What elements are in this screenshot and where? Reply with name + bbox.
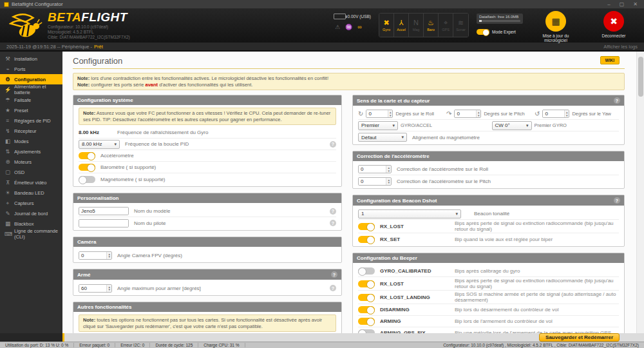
pid-loop-frequency-select[interactable]: 8.00 kHz▾ [79, 140, 120, 149]
firmware-version: Micrologiciel: 4.5.2 BTFL [48, 30, 130, 35]
help-icon[interactable]: ? [614, 197, 620, 204]
beeper-condition-toggle[interactable] [358, 267, 375, 275]
beeper-condition-name: RX_LOST_LANDING [380, 295, 450, 300]
help-icon[interactable]: ? [614, 97, 620, 104]
sidebar-item[interactable]: ⇅ Ajustements [0, 146, 62, 157]
sidebar-item[interactable]: ⚙ Configuration [0, 74, 62, 84]
help-icon[interactable]: ? [330, 208, 336, 215]
accel-trim-input[interactable] [359, 166, 386, 173]
help-icon[interactable]: ? [331, 271, 337, 278]
beeper-condition-description: Bips après calibrage du gyro [455, 268, 619, 274]
scrollbar-thumb[interactable] [638, 57, 643, 97]
firmware-update-button[interactable]: ▦ Mise à jour du micrologiciel [531, 11, 581, 43]
beeper-condition-toggle[interactable] [358, 280, 375, 287]
camera-angle-label: Angle Caméra FPV (degrés) [117, 253, 182, 258]
mag-alignment-select[interactable]: Défaut▾ [358, 133, 407, 142]
sensor-toggle[interactable] [79, 152, 95, 159]
camera-angle-input-box: ▴▾ [79, 251, 112, 260]
sidebar-item[interactable]: ↯ Récepteur [0, 126, 62, 136]
beeper-condition-toggle[interactable] [358, 318, 375, 325]
sidebar-item[interactable]: ✎ Journal de bord [0, 208, 62, 218]
name-input[interactable] [79, 220, 128, 227]
axis-degree-input[interactable] [366, 110, 387, 117]
pid-loop-frequency-label: Fréquence de la boucle PID [125, 141, 189, 147]
spinner-arrows[interactable]: ▴▾ [386, 178, 391, 185]
help-icon[interactable]: ? [330, 285, 336, 291]
sidebar-item[interactable]: ⌨ Ligne de commande (CLI) [0, 229, 62, 239]
spinner-arrows[interactable]: ▴▾ [106, 285, 111, 292]
sidebar-item-label: Ligne de commande (CLI) [14, 228, 62, 240]
beeper-condition-name: DISARMING [380, 307, 450, 313]
name-input[interactable] [79, 208, 128, 215]
sidebar-item[interactable]: ⚒ Installation [0, 53, 62, 64]
save-and-reboot-button[interactable]: Sauvegarder et Redémarrer [539, 333, 620, 342]
sidebar-item[interactable]: ⊼ Émetteur vidéo [0, 177, 62, 188]
camera-angle-input[interactable] [79, 252, 106, 259]
dataflash-label: Dataflash: free 16.0MB [479, 15, 520, 19]
sidebar-item[interactable]: ☂ Failsafe [0, 95, 62, 105]
minimize-button[interactable]: – [607, 1, 610, 7]
sensor-toggle[interactable] [79, 164, 95, 171]
axis-degree-label: Degrés sur le Yaw [572, 111, 611, 117]
sidebar-item[interactable]: ▦ Blackbox [0, 218, 62, 229]
page-title: Configuration [73, 56, 625, 66]
axis-degree-input[interactable] [455, 110, 475, 117]
log-bar: 2025-11-19 @19:51:28 -- Périphérique - P… [0, 43, 644, 52]
sidebar-item[interactable]: ◧ Modes [0, 136, 62, 146]
content-scrollbar[interactable] [636, 52, 644, 333]
beeper-condition-name: ARMING [380, 318, 450, 324]
status-cell: Erreur I2C: 0 [115, 343, 150, 347]
orientation-select[interactable]: CW 0°▾ [492, 121, 532, 130]
arming-angle-input[interactable] [79, 285, 106, 292]
sidebar-item[interactable]: ≡ Réglages de PID [0, 115, 62, 126]
sidebar-footer [0, 333, 62, 342]
sidebar-item[interactable]: ⊛ Moteurs [0, 157, 62, 167]
sensor-indicator: ♨ Baro [424, 14, 439, 37]
help-icon[interactable]: ? [330, 220, 336, 226]
rotation-axis-icon: ↷ [446, 110, 451, 117]
expert-mode-toggle[interactable] [477, 29, 489, 35]
orientation-select[interactable]: Premier▾ [358, 121, 398, 130]
maximize-button[interactable]: ▢ [620, 1, 625, 7]
help-icon[interactable]: ? [330, 141, 336, 148]
sidebar-item[interactable]: ⌁ Ports [0, 64, 62, 74]
sidebar-item[interactable]: ☀ Bandeau LED [0, 188, 62, 198]
beeper-condition-row: ARMING Bip lors de l'armement du contrôl… [358, 316, 619, 327]
axis-degree-input[interactable] [543, 110, 564, 117]
system-configuration-section: Configuration système Note: Assurez vous… [73, 95, 342, 187]
beacon-tone-select[interactable]: 1▾ [358, 209, 461, 218]
sidebar-item[interactable]: ★ Preset [0, 105, 62, 115]
accel-trim-input[interactable] [359, 178, 386, 185]
axis-degree-label: Degrés sur le Pitch [484, 111, 524, 117]
sensor-label: Accel [397, 28, 405, 32]
close-button[interactable]: ✕ [633, 1, 638, 7]
show-logs-link[interactable]: Afficher les logs [603, 44, 638, 50]
disconnect-button[interactable]: ✖ Déconnecter [589, 11, 639, 38]
status-cell: Erreur paquet: 0 [74, 343, 115, 347]
spinner-arrows[interactable]: ▴▾ [106, 252, 111, 259]
spinner-arrows[interactable]: ▴▾ [388, 110, 393, 117]
betaflight-bee-logo [9, 11, 43, 39]
spinner-arrows[interactable]: ▴▾ [564, 110, 569, 117]
beacon-condition-toggle[interactable] [358, 223, 375, 230]
wiki-button[interactable]: WIKI [600, 56, 620, 64]
beeper-condition-toggle[interactable] [358, 306, 375, 313]
disconnect-label: Déconnecter [589, 34, 639, 38]
sensor-icon: ⅄ [399, 19, 404, 26]
beacon-condition-toggle[interactable] [358, 236, 375, 243]
status-cell: Durée de cycle: 125 [150, 343, 198, 347]
sidebar-item[interactable]: ⚡ Alimentation et batterie [0, 84, 62, 95]
sidebar-item-icon: ✎ [5, 210, 11, 217]
spinner-arrows[interactable]: ▴▾ [386, 166, 391, 173]
spinner-arrows[interactable]: ▴▾ [476, 110, 481, 117]
os-titlebar: Betaflight Configurator – ▢ ✕ [0, 0, 644, 8]
arming-section: Armé? ▴▾ Angle maximum pour armer [degré… [73, 269, 342, 296]
sensor-toggle-label: Accéléromètre [100, 153, 134, 159]
sensor-toggle[interactable] [79, 176, 95, 183]
name-input-label: Nom du pilote [134, 220, 166, 226]
sidebar-item[interactable]: ▢ OSD [0, 167, 62, 177]
sidebar-item[interactable]: ⌖ Capteurs [0, 198, 62, 208]
mag-alignment-label: Alignement du magnétomètre [412, 135, 480, 140]
beeper-condition-toggle[interactable] [358, 294, 375, 301]
beacon-condition-name: RX_LOST [380, 224, 450, 229]
